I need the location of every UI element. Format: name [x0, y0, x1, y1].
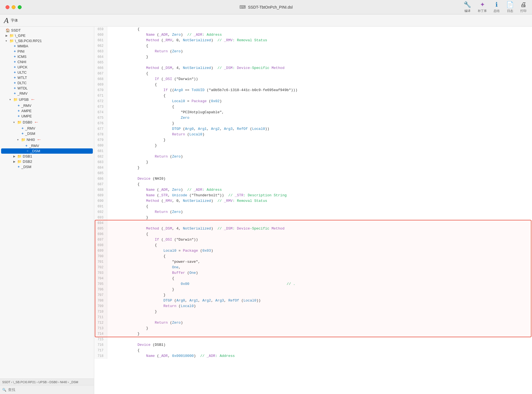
line-number: 671: [94, 93, 107, 99]
tree-item-dsb0_rmv[interactable]: ✦_RMV: [0, 126, 94, 131]
tree-item-dsb0_dsm[interactable]: ✦_DSM: [0, 131, 94, 136]
tree-item-label: UMPE: [21, 114, 32, 118]
line-code: {: [107, 27, 532, 32]
tree-item-wtdl[interactable]: ✦WTDL: [0, 86, 94, 91]
tree-view[interactable]: 🏠SSDT▶📁\_GPE▾📁\_SB.PCI0.RP21 ✦MMBA ✦PINI…: [0, 27, 94, 378]
line-code: Return (Zero): [107, 209, 532, 215]
tree-item-wtlt[interactable]: ✦WTLT: [0, 75, 94, 80]
line-number: 689: [94, 193, 107, 198]
tree-item-root_dsm[interactable]: ✦_DSM: [0, 164, 94, 169]
tree-item-dsb1[interactable]: ▶📁DSB1: [0, 154, 94, 159]
tree-item-label: DSB2: [23, 159, 32, 164]
line-number: 698: [94, 243, 107, 248]
table-row: 692 Return (Zero): [94, 209, 532, 215]
method-icon: ✦: [13, 81, 16, 85]
table-row: 711: [94, 315, 532, 320]
code-wrapper: 659 {660 Name (_ADR, Zero) // _ADR: Addr…: [94, 27, 532, 359]
line-code: }: [107, 287, 532, 292]
line-code: DTGP (Arg0, Arg1, Arg2, Arg3, RefOf (Loc…: [107, 298, 532, 303]
table-row: 679 }: [94, 137, 532, 143]
line-number: 686: [94, 176, 107, 182]
line-code: }: [107, 331, 532, 337]
line-number: 674: [94, 110, 107, 115]
line-code: Local0 = Package (0x03): [107, 248, 532, 254]
tree-item-rmv[interactable]: ✦_RMV: [0, 91, 94, 96]
line-code: {: [107, 93, 532, 99]
tree-item-mmba[interactable]: ✦MMBA: [0, 43, 94, 49]
tree-item-sb[interactable]: ▾📁\_SB.PCI0.RP21: [0, 38, 94, 43]
tree-item-pini[interactable]: ✦PINI: [0, 49, 94, 54]
method-icon: ✦: [25, 144, 28, 148]
tree-item-ultc[interactable]: ✦ULTC: [0, 70, 94, 75]
table-row: 695 Method (_DSM, 4, NotSerialized) // _…: [94, 226, 532, 231]
line-code: {: [107, 182, 532, 187]
search-bar[interactable]: 🔍: [0, 385, 94, 394]
line-code: {: [107, 104, 532, 110]
chevron-icon: ▾: [13, 121, 16, 124]
line-number: 707: [94, 292, 107, 298]
line-number: 664: [94, 54, 107, 60]
table-row: 663 Return (Zero): [94, 49, 532, 54]
table-row: 691 {: [94, 204, 532, 209]
tree-item-nhi0[interactable]: ▾📁NHI0←: [0, 136, 94, 143]
tree-item-cnhi[interactable]: ✦CNHI: [0, 59, 94, 65]
tree-item-dsb2[interactable]: ▶📁DSB2: [0, 159, 94, 164]
search-input[interactable]: [8, 388, 92, 392]
tree-item-upck[interactable]: ✦UPCK: [0, 65, 94, 70]
line-code: [107, 315, 532, 320]
tree-item-dsb0[interactable]: ▾📁DSB0←: [0, 119, 94, 126]
maximize-button[interactable]: [18, 5, 22, 9]
tree-item-label: UPSB: [19, 97, 29, 102]
folder-icon: 📁: [17, 159, 22, 164]
print-button[interactable]: 🖨 打印: [520, 1, 526, 13]
tree-item-label: WTDL: [17, 86, 28, 90]
table-row: 668 If (_OSI ("Darwin")): [94, 76, 532, 82]
method-icon: ✦: [17, 104, 20, 108]
tree-item-ssdt[interactable]: 🏠SSDT: [0, 28, 94, 33]
tree-item-upsb_rmv[interactable]: ✦_RMV: [0, 103, 94, 108]
line-code: Device (NHI0): [107, 176, 532, 182]
summary-button[interactable]: ℹ 总结: [493, 1, 500, 13]
table-row: 672 Local0 = Package (0x02): [94, 99, 532, 104]
close-button[interactable]: [6, 5, 9, 9]
line-number: 712: [94, 320, 107, 326]
tree-item-upsb[interactable]: ▾📁UPSB←: [0, 96, 94, 103]
folder-icon: 📁: [13, 97, 18, 102]
tree-item-label: \_GPE: [15, 34, 25, 38]
line-number: 714: [94, 331, 107, 337]
table-row: 661 Method (_RMV, 0, NotSerialized) // _…: [94, 38, 532, 43]
line-code: [107, 148, 532, 154]
tree-item-icms[interactable]: ✦ICMS: [0, 54, 94, 59]
line-number: 692: [94, 209, 107, 215]
tree-item-umpe[interactable]: ✦UMPE: [0, 114, 94, 119]
tree-item-ampe[interactable]: ✦AMPE: [0, 108, 94, 114]
line-code: {: [107, 243, 532, 248]
minimize-button[interactable]: [12, 5, 16, 9]
toolbar: 🔧 编译 ✦ 补丁库 ℹ 总结 📄 日志 🖨 打印: [464, 1, 526, 13]
line-number: 688: [94, 187, 107, 193]
line-number: 662: [94, 43, 107, 49]
line-code: {: [107, 204, 532, 209]
line-code: Name (_ADR, Zero) // _ADR: Address: [107, 187, 532, 193]
patch-button[interactable]: ✦ 补丁库: [478, 1, 487, 13]
line-number: 676: [94, 121, 107, 126]
compile-icon: 🔧: [464, 1, 471, 8]
tree-item-dltc[interactable]: ✦DLTC: [0, 80, 94, 86]
code-area[interactable]: 659 {660 Name (_ADR, Zero) // _ADR: Addr…: [94, 27, 532, 394]
line-number: 691: [94, 204, 107, 209]
tree-item-nhi0_dsm[interactable]: ✦_DSM: [1, 148, 93, 154]
tree-item-gpe[interactable]: ▶📁\_GPE: [0, 33, 94, 38]
tree-item-label: _RMV: [21, 104, 31, 108]
log-button[interactable]: 📄 日志: [506, 1, 514, 13]
table-row: 706 }: [94, 287, 532, 292]
table-row: 699 Local0 = Package (0x03): [94, 248, 532, 254]
print-icon: 🖨: [520, 1, 526, 8]
line-code: {: [107, 82, 532, 87]
tree-item-label: UPCK: [17, 65, 27, 69]
table-row: 712 Return (Zero): [94, 320, 532, 326]
line-number: 682: [94, 154, 107, 159]
method-icon: ✦: [17, 109, 20, 113]
tree-item-nhi0_rmv[interactable]: ✦_RMV: [0, 143, 94, 148]
compile-button[interactable]: 🔧 编译: [464, 1, 471, 13]
line-number: 663: [94, 49, 107, 54]
